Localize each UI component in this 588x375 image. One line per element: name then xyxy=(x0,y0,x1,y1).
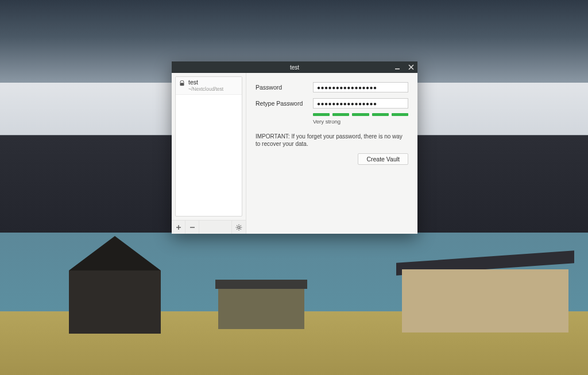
vault-path: ~/Nextcloud/test xyxy=(188,86,223,92)
svg-line-15 xyxy=(237,229,237,229)
password-strength-meter xyxy=(313,113,408,116)
retype-password-label: Retype Password xyxy=(256,100,313,107)
toolbar-spacer xyxy=(199,221,232,234)
wallpaper-decor xyxy=(218,289,304,329)
svg-line-13 xyxy=(241,229,241,229)
svg-rect-3 xyxy=(180,83,184,86)
settings-button[interactable] xyxy=(232,221,246,234)
window-title: test xyxy=(172,64,417,71)
remove-vault-button[interactable] xyxy=(185,221,199,234)
sidebar-toolbar xyxy=(172,220,246,234)
minimize-button[interactable] xyxy=(393,63,401,71)
strength-bar xyxy=(332,113,349,116)
window-controls xyxy=(393,61,415,73)
app-window: test test xyxy=(172,61,417,234)
password-strength-label: Very strong xyxy=(313,118,408,125)
retype-password-input[interactable] xyxy=(313,98,408,109)
svg-point-7 xyxy=(238,226,240,229)
svg-line-14 xyxy=(241,225,241,226)
create-vault-button[interactable]: Create Vault xyxy=(358,153,408,165)
add-vault-button[interactable] xyxy=(172,221,185,234)
titlebar[interactable]: test xyxy=(172,61,417,73)
wallpaper-decor xyxy=(402,269,568,333)
vault-list[interactable]: test ~/Nextcloud/test xyxy=(175,76,242,217)
gear-icon xyxy=(235,224,242,231)
vault-name: test xyxy=(188,79,223,86)
password-label: Password xyxy=(256,84,313,91)
strength-bar xyxy=(352,113,369,116)
svg-line-12 xyxy=(237,225,237,226)
password-input[interactable] xyxy=(313,82,408,92)
strength-bar xyxy=(392,113,408,116)
strength-bar xyxy=(313,113,330,116)
main-panel: Password Retype Password Very strong IMP… xyxy=(246,73,417,234)
sidebar: test ~/Nextcloud/test xyxy=(172,73,246,234)
lock-icon xyxy=(179,80,185,86)
vault-list-item[interactable]: test ~/Nextcloud/test xyxy=(176,77,242,95)
wallpaper-decor xyxy=(69,270,161,334)
password-warning-text: IMPORTANT: If you forget your password, … xyxy=(256,133,408,148)
strength-bar xyxy=(372,113,389,116)
vault-item-text: test ~/Nextcloud/test xyxy=(188,79,223,92)
close-button[interactable] xyxy=(407,63,415,71)
desktop-wallpaper: test test xyxy=(0,0,588,375)
